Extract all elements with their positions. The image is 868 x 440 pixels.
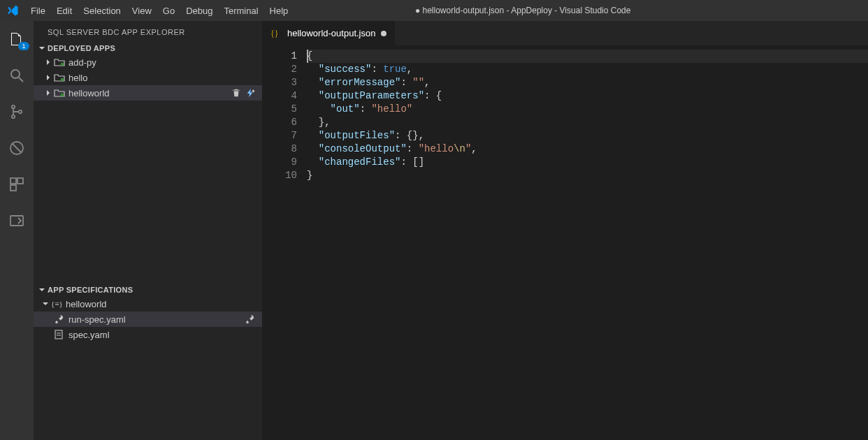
svg-rect-15 <box>55 330 62 339</box>
spec-file-item[interactable]: spec.yaml <box>34 327 262 342</box>
menu-selection[interactable]: Selection <box>78 0 126 21</box>
spec-file-item[interactable]: run-spec.yaml <box>34 311 262 327</box>
spec-root-item[interactable]: {≡} helloworld <box>34 296 262 311</box>
svg-line-1 <box>19 78 23 82</box>
svg-point-13 <box>61 94 64 97</box>
menu-bar: File Edit Selection View Go Debug Termin… <box>0 0 868 21</box>
app-specifications-label: APP SPECIFICATIONS <box>48 286 133 294</box>
menu-terminal[interactable]: Terminal <box>218 0 263 21</box>
menu-file[interactable]: File <box>25 0 51 21</box>
app-specifications-tree: {≡} helloworld run-spec.yaml spec.yaml <box>34 296 262 440</box>
menu-edit[interactable]: Edit <box>51 0 78 21</box>
deployed-app-label: add-py <box>68 57 96 68</box>
chevron-right-icon <box>43 90 53 96</box>
yaml-file-icon <box>53 330 66 339</box>
chevron-down-icon <box>38 286 46 293</box>
svg-point-0 <box>11 70 20 78</box>
chevron-down-icon <box>38 45 46 52</box>
tab-title: helloworld-output.json <box>287 28 375 38</box>
spec-file-label: spec.yaml <box>68 330 110 340</box>
explorer-badge: 1 <box>18 42 29 50</box>
folder-icon <box>53 73 66 82</box>
editor-tab[interactable]: {} helloworld-output.json <box>262 21 395 45</box>
run-icon[interactable] <box>245 314 255 324</box>
app-specifications-header[interactable]: APP SPECIFICATIONS <box>34 284 262 296</box>
editor-area: {} helloworld-output.json 1 2 3 4 5 6 7 … <box>262 21 868 440</box>
deployed-app-item[interactable]: add-py <box>34 54 262 70</box>
rocket-icon <box>53 314 66 324</box>
code-body[interactable]: { "success": true, "errorMessage": "", "… <box>307 50 868 182</box>
svg-text:{≡}: {≡} <box>51 300 62 308</box>
activity-debug[interactable] <box>0 134 34 162</box>
line-number-gutter: 1 2 3 4 5 6 7 8 9 10 <box>262 50 307 182</box>
deployed-apps-header[interactable]: DEPLOYED APPS <box>34 42 262 54</box>
svg-point-4 <box>19 110 22 113</box>
sidebar-title: SQL SERVER BDC APP EXPLORER <box>34 21 262 42</box>
svg-text:{}: {} <box>270 29 279 38</box>
menu-view[interactable]: View <box>126 0 157 21</box>
spark-icon[interactable] <box>245 88 255 98</box>
activity-explorer[interactable]: 1 <box>0 25 34 53</box>
activity-app-deploy[interactable] <box>0 207 34 235</box>
deployed-apps-label: DEPLOYED APPS <box>48 44 115 52</box>
svg-point-11 <box>61 63 64 66</box>
svg-rect-8 <box>17 178 23 184</box>
braces-icon: {≡} <box>50 299 63 309</box>
svg-line-6 <box>12 143 22 153</box>
window-title: ● helloworld-output.json - AppDeploy - V… <box>294 6 864 15</box>
svg-point-12 <box>61 78 64 82</box>
svg-point-2 <box>12 105 15 108</box>
menu-debug[interactable]: Debug <box>180 0 218 21</box>
svg-point-3 <box>12 115 15 118</box>
deployed-app-label: helloworld <box>68 88 110 98</box>
activity-bar: 1 <box>0 21 34 440</box>
delete-icon[interactable] <box>231 88 241 98</box>
svg-rect-9 <box>10 185 16 191</box>
folder-icon <box>53 57 66 67</box>
spec-file-label: run-spec.yaml <box>68 314 126 325</box>
vscode-logo-icon <box>4 4 21 17</box>
deployed-app-item[interactable]: hello <box>34 70 262 85</box>
activity-extensions[interactable] <box>0 170 34 198</box>
dirty-indicator-icon <box>381 31 386 36</box>
chevron-down-icon <box>41 300 50 307</box>
activity-scm[interactable] <box>0 98 34 126</box>
editor-tabs: {} helloworld-output.json <box>262 21 868 45</box>
menu-go[interactable]: Go <box>157 0 180 21</box>
menu-help[interactable]: Help <box>264 0 294 21</box>
deployed-app-item[interactable]: helloworld <box>34 85 262 101</box>
deployed-apps-tree: add-py hello helloworld <box>34 54 262 101</box>
sidebar: SQL SERVER BDC APP EXPLORER DEPLOYED APP… <box>34 21 262 440</box>
spec-root-label: helloworld <box>66 299 107 309</box>
folder-icon <box>53 88 66 98</box>
json-file-icon: {} <box>270 28 282 39</box>
deployed-app-label: hello <box>68 73 87 83</box>
svg-rect-7 <box>10 178 16 184</box>
chevron-right-icon <box>43 59 53 65</box>
activity-search[interactable] <box>0 61 34 89</box>
chevron-right-icon <box>43 75 53 80</box>
code-editor[interactable]: 1 2 3 4 5 6 7 8 9 10 { "success": true, … <box>262 45 868 182</box>
